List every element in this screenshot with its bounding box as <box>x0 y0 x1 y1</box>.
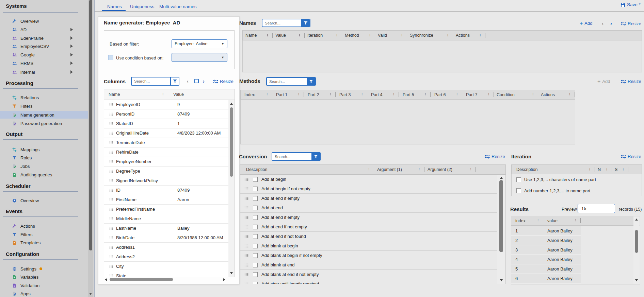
drag-handle-icon[interactable] <box>109 132 113 135</box>
column-row-statusid[interactable]: StatusID1 <box>104 119 228 128</box>
result-row-5[interactable]: 5Aaron Bailey <box>511 264 581 274</box>
header-cell-description[interactable]: Description⋮ <box>512 165 595 174</box>
conversion-row-add-at-end-if-empty[interactable]: Add at end if empty <box>240 194 497 203</box>
sidebar-item-filters[interactable]: Filters <box>0 102 88 110</box>
column-row-signednetworkpolicy[interactable]: SignedNetworkPolicy <box>104 176 228 186</box>
sidebar-scrollbar-down-icon[interactable] <box>89 293 92 295</box>
conversion-scroll-down-icon[interactable] <box>500 279 503 281</box>
conversion-row-add-at-begin[interactable]: Add at begin <box>240 175 497 184</box>
conversion-vscroll-thumb[interactable] <box>499 180 503 252</box>
drag-handle-icon[interactable] <box>109 112 113 116</box>
drag-handle-icon[interactable] <box>109 179 113 182</box>
names-filter-button[interactable] <box>301 19 310 27</box>
conversion-row-add-blank-at-begin-if-not-empty[interactable]: Add blank at begin if not empty <box>240 251 497 260</box>
methods-filter-button[interactable] <box>307 78 315 85</box>
drag-handle-icon[interactable] <box>109 122 113 125</box>
header-cell-part-4[interactable]: Part 4⋮ <box>367 90 399 99</box>
columns-header-name[interactable]: Name⋮ <box>104 89 168 100</box>
condition-dropdown[interactable]: ▼ <box>172 53 227 62</box>
methods-add-button[interactable]: + Add <box>597 79 610 84</box>
header-cell-actions[interactable]: Actions⋮ <box>453 31 485 40</box>
drag-handle-icon[interactable] <box>109 160 113 163</box>
chevron-right-icon[interactable] <box>70 45 73 48</box>
chevron-right-icon[interactable] <box>70 62 73 65</box>
column-menu-icon[interactable]: ⋮ <box>392 93 399 97</box>
iteration-checkbox[interactable] <box>516 188 521 193</box>
sidebar-item-overview[interactable]: Overview <box>0 17 88 25</box>
column-menu-icon[interactable]: ⋮ <box>297 93 304 97</box>
sidebar-item-auditing-queries[interactable]: Auditing queries <box>0 171 88 178</box>
chevron-right-icon[interactable] <box>70 70 73 74</box>
conversion-row-add-blank-at-end[interactable]: Add blank at end <box>240 260 497 270</box>
conversion-checkbox[interactable] <box>253 196 258 201</box>
conversion-checkbox[interactable] <box>253 206 258 210</box>
header-cell-part-3[interactable]: Part 3⋮ <box>336 90 367 99</box>
methods-resize-button[interactable]: Resize <box>621 79 641 84</box>
sidebar-item-hrms[interactable]: HRMS <box>0 59 88 67</box>
columns-hscroll-thumb[interactable] <box>110 278 173 281</box>
sidebar-item-jobs[interactable]: Jobs <box>0 162 88 170</box>
sidebar-item-variables[interactable]: Variables <box>0 273 88 281</box>
header-cell-part-7[interactable]: Part 7⋮ <box>462 90 494 99</box>
column-menu-icon[interactable]: ⋮ <box>622 168 628 171</box>
result-row-4[interactable]: 4Aaron Bailey <box>511 255 581 264</box>
conversion-row-add-blank-at-begin[interactable]: Add blank at begin <box>240 241 497 251</box>
drag-handle-icon[interactable] <box>109 265 113 268</box>
drag-handle-icon[interactable] <box>109 103 113 106</box>
drag-handle-icon[interactable] <box>109 255 113 258</box>
sidebar-item-google[interactable]: Google <box>0 51 88 58</box>
column-row-employeeid[interactable]: EmployeeID9 <box>104 100 228 109</box>
header-cell-s[interactable]: S⋮ <box>612 165 628 174</box>
sidebar-item-ad[interactable]: AD <box>0 26 88 33</box>
sidebar-item-password-generation[interactable]: Password generation <box>0 120 88 127</box>
sidebar-item-validation[interactable]: Validation <box>0 282 88 289</box>
columns-search[interactable]: Search... <box>131 77 179 86</box>
columns-scroll-up-icon[interactable] <box>230 103 233 105</box>
sidebar-item-filters[interactable]: Filters <box>0 231 88 238</box>
conversion-filter-button[interactable] <box>311 153 320 160</box>
iteration-resize-button[interactable]: Resize <box>621 154 641 159</box>
column-row-state[interactable]: State <box>104 271 228 277</box>
header-cell-description[interactable]: Description⋮ <box>240 165 374 174</box>
conversion-checkbox[interactable] <box>253 253 258 258</box>
sidebar-item-actions[interactable]: Actions <box>0 222 88 230</box>
columns-next-button[interactable]: › <box>203 78 205 84</box>
columns-resize-button[interactable]: Resize <box>213 79 234 84</box>
conversion-row-add-at-begin-if-not-empty[interactable]: Add at begin if not empty <box>240 184 497 194</box>
header-cell-n[interactable]: N⋮ <box>595 165 612 174</box>
columns-scroll-down-icon[interactable] <box>230 272 233 274</box>
result-row-3[interactable]: 3Aaron Bailey <box>511 245 581 255</box>
sidebar-scrollbar-thumb[interactable] <box>89 0 92 250</box>
columns-scroll-right-icon[interactable] <box>223 278 225 281</box>
header-cell-method[interactable]: Method⋮ <box>342 31 375 40</box>
column-menu-icon[interactable]: ⋮ <box>531 93 538 97</box>
conversion-row-add-at-end[interactable]: Add at end <box>240 203 497 213</box>
drag-handle-icon[interactable] <box>109 141 113 144</box>
header-cell-part-6[interactable]: Part 6⋮ <box>431 90 462 99</box>
column-menu-icon[interactable]: ⋮ <box>400 34 407 37</box>
sidebar-item-roles[interactable]: Roles <box>0 154 88 161</box>
column-menu-icon[interactable]: ⋮ <box>446 34 453 37</box>
conversion-row-add-at-end-if-empty[interactable]: Add at end if empty <box>240 213 497 222</box>
column-row-personid[interactable]: PersonID87409 <box>104 109 228 119</box>
sidebar-item-employeecsv[interactable]: EmployeeCSV <box>0 42 88 50</box>
conversion-checkbox[interactable] <box>253 234 258 239</box>
conversion-checkbox[interactable] <box>253 215 258 220</box>
column-menu-icon[interactable]: ⋮ <box>479 34 485 37</box>
drag-handle-icon[interactable] <box>244 273 248 276</box>
drag-handle-icon[interactable] <box>109 246 113 249</box>
conversion-row-add-at-end-if-not-empty[interactable]: Add at end if not empty <box>240 222 497 232</box>
iteration-checkbox[interactable] <box>516 177 521 182</box>
header-cell-index[interactable]: index⋮ <box>511 216 543 225</box>
drag-handle-icon[interactable] <box>109 227 113 230</box>
columns-vscroll-thumb[interactable] <box>230 107 233 177</box>
conversion-checkbox[interactable] <box>253 272 258 277</box>
use-condition-checkbox[interactable] <box>108 55 113 60</box>
drag-handle-icon[interactable] <box>244 197 248 200</box>
conversion-checkbox[interactable] <box>253 282 258 284</box>
header-cell-valid[interactable]: Valid⋮ <box>375 31 407 40</box>
columns-header-value[interactable]: Value <box>168 89 234 100</box>
sidebar-item-templates[interactable]: Templates <box>0 239 88 246</box>
result-row-6[interactable]: 6Aaron Bailey <box>511 274 581 283</box>
column-row-employeenumber[interactable]: EmployeeNumber <box>104 157 228 167</box>
